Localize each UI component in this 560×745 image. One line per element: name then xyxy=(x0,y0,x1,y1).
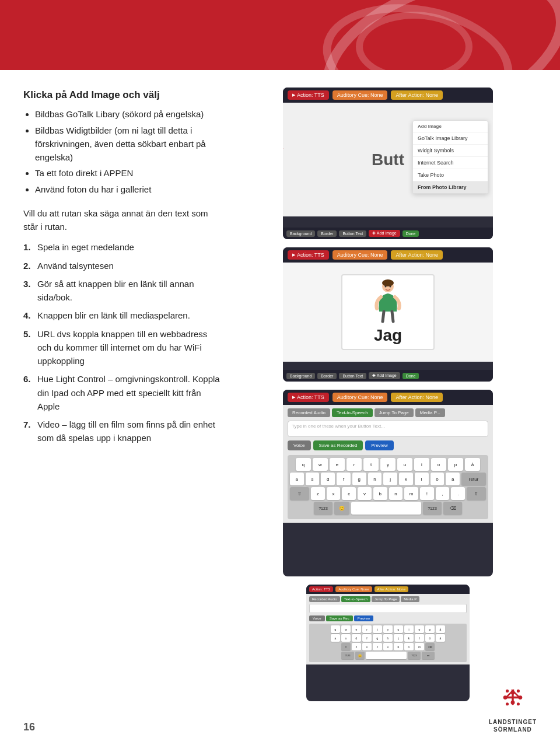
sc3-input-area[interactable]: Type in one of these when your Button Te… xyxy=(288,421,488,437)
key-shift-right[interactable]: ⇧ xyxy=(467,487,486,500)
sc2-buttontext-btn[interactable]: Button Text xyxy=(339,373,366,379)
key-y[interactable]: y xyxy=(380,458,396,471)
key-w[interactable]: w xyxy=(313,458,328,471)
key-s[interactable]: s xyxy=(306,473,320,485)
sc4-key-l[interactable]: l xyxy=(415,634,424,642)
sc4-key-num[interactable]: ?123 xyxy=(341,652,354,659)
key-aa[interactable]: å xyxy=(465,458,480,471)
key-o[interactable]: o xyxy=(431,458,446,471)
sc4-tab-jump[interactable]: Jump To Page xyxy=(372,596,400,602)
sc4-key-g[interactable]: g xyxy=(373,634,382,642)
key-n[interactable]: n xyxy=(389,487,403,500)
sc4-save-btn[interactable]: Save as Rec xyxy=(326,615,353,621)
key-v[interactable]: v xyxy=(358,487,372,500)
key-backspace[interactable]: ⌫ xyxy=(443,502,462,515)
sc4-key-k[interactable]: k xyxy=(404,634,414,642)
sc1-menu-internet[interactable]: Internet Search xyxy=(413,157,488,169)
key-k[interactable]: k xyxy=(399,473,413,485)
sc4-key-c[interactable]: c xyxy=(373,643,382,650)
key-emoji[interactable]: 😊 xyxy=(334,502,349,515)
sc2-background-btn[interactable]: Background xyxy=(286,373,315,379)
key-retur[interactable]: retur xyxy=(461,473,486,485)
sc4-key-d[interactable]: d xyxy=(352,634,361,642)
sc4-key-q[interactable]: q xyxy=(331,625,340,633)
key-x[interactable]: x xyxy=(327,487,341,500)
sc4-key-shift[interactable]: ⇧ xyxy=(341,643,351,650)
sc4-key-aa[interactable]: å xyxy=(436,625,445,633)
sc1-menu-photolibrary[interactable]: From Photo Library xyxy=(413,181,488,193)
key-f[interactable]: f xyxy=(337,473,351,485)
sc4-voice-btn[interactable]: Voice xyxy=(309,615,325,621)
sc1-background-btn[interactable]: Background xyxy=(286,230,315,237)
sc3-tab-jumptopage[interactable]: Jump To Page xyxy=(374,408,414,417)
sc3-preview-btn[interactable]: Preview xyxy=(365,440,393,450)
sc4-key-space[interactable] xyxy=(366,652,407,659)
sc4-tab-media[interactable]: Media P xyxy=(401,596,419,602)
sc4-key-i[interactable]: i xyxy=(404,625,414,633)
key-j[interactable]: j xyxy=(383,473,397,485)
sc4-key-m[interactable]: m xyxy=(415,643,424,650)
key-comma[interactable]: , xyxy=(436,487,450,500)
key-space[interactable] xyxy=(351,502,421,515)
key-period[interactable]: . xyxy=(451,487,465,500)
sc1-menu-widgit[interactable]: Widgit Symbols xyxy=(413,145,488,157)
key-a[interactable]: a xyxy=(290,473,304,485)
sc4-key-num2[interactable]: ?123 xyxy=(408,652,421,659)
sc3-save-btn[interactable]: Save as Recorded xyxy=(313,440,363,450)
key-e[interactable]: e xyxy=(330,458,345,471)
sc1-border-btn[interactable]: Border xyxy=(317,230,337,237)
sc4-key-z[interactable]: z xyxy=(352,643,361,650)
sc4-key-e[interactable]: e xyxy=(352,625,361,633)
key-oe[interactable]: ö xyxy=(430,473,444,485)
key-t[interactable]: t xyxy=(363,458,379,471)
key-z[interactable]: z xyxy=(311,487,325,500)
sc3-tab-media[interactable]: Media P... xyxy=(415,408,445,417)
key-u[interactable]: u xyxy=(397,458,412,471)
sc4-key-o[interactable]: o xyxy=(415,625,424,633)
key-shift-left[interactable]: ⇧ xyxy=(290,487,309,500)
sc4-key-x[interactable]: x xyxy=(362,643,372,650)
sc3-tab-tts[interactable]: Text-to-Speech xyxy=(332,408,373,417)
sc1-addimage-btn[interactable]: ✚ Add Image xyxy=(369,230,400,237)
sc4-key-ae[interactable]: ä xyxy=(436,634,445,642)
sc4-key-s[interactable]: s xyxy=(341,634,351,642)
key-i[interactable]: i xyxy=(414,458,429,471)
sc2-done-btn[interactable]: Done xyxy=(402,373,419,379)
key-num123-left[interactable]: ?123 xyxy=(314,502,332,515)
key-m[interactable]: m xyxy=(404,487,418,500)
key-num123-right[interactable]: ?123 xyxy=(423,502,442,515)
sc1-done-btn[interactable]: Done xyxy=(402,230,419,237)
sc4-key-f[interactable]: f xyxy=(362,634,372,642)
sc4-key-y[interactable]: y xyxy=(383,625,393,633)
sc4-key-r[interactable]: r xyxy=(362,625,372,633)
sc4-key-w[interactable]: w xyxy=(341,625,351,633)
sc4-key-n[interactable]: n xyxy=(404,643,414,650)
sc3-tab-recorded[interactable]: Recorded Audio xyxy=(288,408,330,417)
key-ae[interactable]: ä xyxy=(446,473,460,485)
key-excl[interactable]: ! xyxy=(420,487,434,500)
sc3-voice-btn[interactable]: Voice xyxy=(288,440,311,450)
sc4-input[interactable] xyxy=(309,604,467,613)
sc4-key-return[interactable]: ret xyxy=(422,652,435,659)
key-b[interactable]: b xyxy=(373,487,387,500)
sc2-addimage-btn[interactable]: ✚ Add Image xyxy=(369,372,400,379)
key-c[interactable]: c xyxy=(342,487,356,500)
key-d[interactable]: d xyxy=(321,473,335,485)
key-r[interactable]: r xyxy=(346,458,362,471)
key-q[interactable]: q xyxy=(296,458,311,471)
sc2-border-btn[interactable]: Border xyxy=(317,373,337,379)
sc4-key-v[interactable]: v xyxy=(383,643,393,650)
sc4-key-t[interactable]: t xyxy=(373,625,382,633)
key-g[interactable]: g xyxy=(352,473,366,485)
sc4-key-a[interactable]: a xyxy=(331,634,340,642)
sc4-key-j[interactable]: j xyxy=(394,634,403,642)
sc1-menu-takephoto[interactable]: Take Photo xyxy=(413,169,488,181)
sc4-tab-tts[interactable]: Text-to-Speech xyxy=(341,596,370,602)
sc4-key-emoji-small[interactable]: 😊 xyxy=(355,652,365,659)
sc4-key-b[interactable]: b xyxy=(394,643,403,650)
sc4-tab-recorded[interactable]: Recorded Audio xyxy=(309,596,340,602)
key-l[interactable]: l xyxy=(415,473,429,485)
sc4-preview-btn[interactable]: Preview xyxy=(354,615,373,621)
sc4-key-backspace-small[interactable]: ⌫ xyxy=(425,643,435,650)
sc4-key-h[interactable]: h xyxy=(383,634,393,642)
